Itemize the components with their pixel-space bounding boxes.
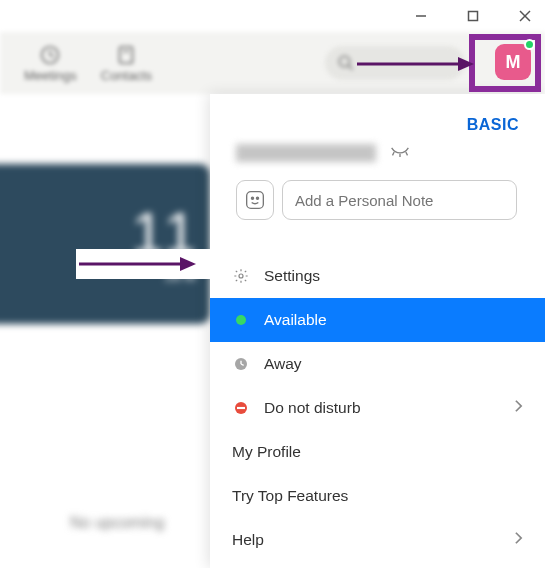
svg-marker-12 — [458, 57, 474, 71]
avatar-letter: M — [506, 52, 521, 73]
svg-line-13 — [393, 152, 395, 155]
dnd-status-icon — [232, 399, 250, 417]
personal-note-input[interactable] — [282, 180, 517, 220]
status-dnd-item[interactable]: Do not disturb — [210, 386, 545, 430]
status-available-item[interactable]: Available — [210, 298, 545, 342]
window-minimize-button[interactable] — [409, 4, 433, 28]
svg-rect-16 — [247, 192, 264, 209]
available-status-icon — [232, 311, 250, 329]
status-away-item[interactable]: Away — [210, 342, 545, 386]
away-label: Away — [264, 355, 302, 373]
background-main-content: 11 28 M No upcoming — [0, 94, 210, 568]
help-item[interactable]: Help — [210, 518, 545, 562]
my-profile-label: My Profile — [232, 443, 301, 461]
avatar-status-dot — [524, 39, 535, 50]
svg-line-15 — [406, 152, 408, 155]
contacts-label: Contacts — [101, 68, 152, 83]
annotation-arrow-top — [354, 55, 462, 73]
profile-avatar-button[interactable]: M — [495, 44, 531, 80]
email-text-blurred — [236, 144, 376, 162]
away-status-icon — [232, 355, 250, 373]
svg-point-9 — [339, 56, 350, 67]
settings-label: Settings — [264, 267, 320, 285]
svg-line-10 — [348, 65, 353, 70]
try-top-features-item[interactable]: Try Top Features — [210, 474, 545, 518]
window-close-button[interactable] — [513, 4, 537, 28]
my-profile-item[interactable]: My Profile — [210, 430, 545, 474]
profile-dropdown-menu: BASIC Settings Available — [210, 94, 545, 568]
svg-rect-1 — [469, 12, 478, 21]
chevron-right-icon — [514, 399, 523, 417]
chevron-right-icon — [514, 531, 523, 549]
svg-rect-24 — [237, 407, 245, 409]
window-maximize-button[interactable] — [461, 4, 485, 28]
plan-badge: BASIC — [467, 116, 519, 134]
no-upcoming-text: No upcoming — [70, 514, 164, 532]
svg-rect-7 — [120, 46, 133, 63]
svg-point-19 — [239, 274, 243, 278]
available-label: Available — [264, 311, 327, 329]
svg-marker-26 — [180, 257, 196, 271]
clock-card: 11 28 M — [0, 164, 210, 324]
svg-point-17 — [251, 197, 253, 199]
emoji-button[interactable] — [236, 180, 274, 220]
gear-icon — [232, 267, 250, 285]
meetings-tab[interactable]: Meetings — [24, 44, 77, 83]
try-top-label: Try Top Features — [232, 487, 348, 505]
svg-point-18 — [256, 197, 258, 199]
meetings-label: Meetings — [24, 68, 77, 83]
dnd-label: Do not disturb — [264, 399, 361, 417]
hide-icon[interactable] — [390, 144, 410, 162]
help-label: Help — [232, 531, 264, 549]
annotation-arrow-settings — [76, 249, 214, 279]
svg-line-6 — [50, 55, 54, 57]
contacts-tab[interactable]: Contacts — [101, 44, 152, 83]
settings-menu-item[interactable]: Settings — [210, 254, 545, 298]
